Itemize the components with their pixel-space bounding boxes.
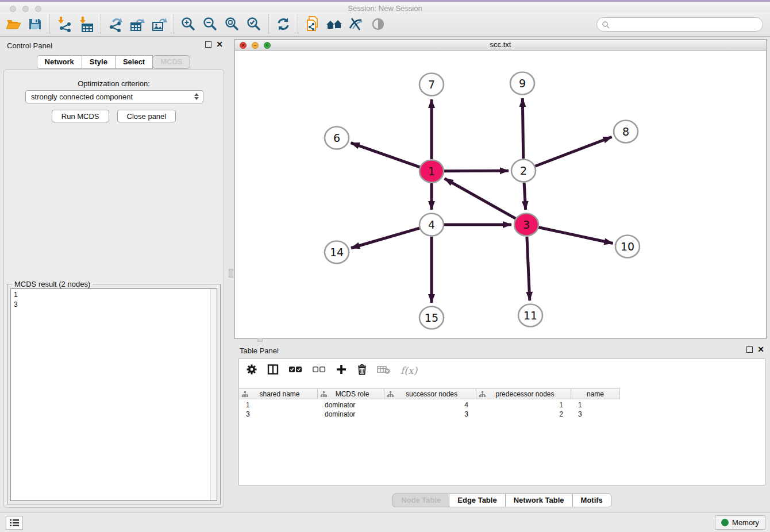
close-panel-button[interactable]: Close panel xyxy=(117,110,176,122)
tab-edge-table[interactable]: Edge Table xyxy=(449,494,505,507)
zoom-out-icon[interactable] xyxy=(199,14,221,34)
tab-select[interactable]: Select xyxy=(115,55,153,69)
tab-network-table[interactable]: Network Table xyxy=(505,494,573,507)
svg-text:3: 3 xyxy=(523,218,530,231)
table-cell[interactable]: dominator xyxy=(318,410,384,419)
edge-4-14[interactable] xyxy=(351,228,420,248)
column-settings-icon[interactable] xyxy=(246,364,257,377)
graph-node-14[interactable]: 14 xyxy=(325,241,349,264)
edge-3-11[interactable] xyxy=(527,237,530,300)
table-panel: Table Panel ✕ xyxy=(234,343,770,511)
export-table-icon[interactable] xyxy=(126,14,148,34)
control-panel-title: Control Panel xyxy=(7,41,52,50)
tab-mcds[interactable]: MCDS xyxy=(152,55,190,69)
vertical-splitter[interactable] xyxy=(228,37,234,512)
table-row[interactable]: 3dominator323 xyxy=(239,410,620,419)
network-canvas[interactable]: 7968124314101511 xyxy=(235,51,766,338)
toolbar-separator xyxy=(268,14,269,34)
export-image-icon[interactable] xyxy=(148,14,170,34)
select-all-icon[interactable] xyxy=(288,365,302,376)
close-table-panel-icon[interactable]: ✕ xyxy=(757,346,764,353)
edge-2-9[interactable] xyxy=(522,98,523,159)
clone-network-icon[interactable] xyxy=(302,14,324,34)
graph-node-11[interactable]: 11 xyxy=(518,304,542,327)
refresh-icon[interactable] xyxy=(272,14,294,34)
tab-style[interactable]: Style xyxy=(82,55,116,69)
table-cell[interactable]: 1 xyxy=(571,400,620,410)
search-input[interactable] xyxy=(612,20,763,29)
graph-node-15[interactable]: 15 xyxy=(419,307,444,329)
network-maximize-icon[interactable]: + xyxy=(264,42,271,49)
graph-node-4[interactable]: 4 xyxy=(419,214,444,236)
first-neighbors-icon[interactable] xyxy=(324,14,345,34)
edge-2-8[interactable] xyxy=(535,137,612,166)
mcds-result-text[interactable]: 1 3 xyxy=(10,288,217,501)
table-cell[interactable]: 4 xyxy=(384,400,476,410)
table-cell[interactable]: 1 xyxy=(239,400,318,410)
split-panel-icon[interactable] xyxy=(267,364,279,377)
graph-node-3[interactable]: 3 xyxy=(514,214,538,236)
open-file-icon[interactable] xyxy=(2,14,24,34)
table-cell[interactable]: 2 xyxy=(476,410,571,419)
splitter-grip[interactable] xyxy=(229,269,233,277)
column-header-successor-nodes[interactable]: successor nodes xyxy=(384,389,476,399)
column-header-shared-name[interactable]: shared name xyxy=(239,389,318,399)
tab-network[interactable]: Network xyxy=(37,55,82,69)
float-panel-icon[interactable] xyxy=(205,41,211,48)
close-panel-icon[interactable]: ✕ xyxy=(216,41,223,48)
svg-text:9: 9 xyxy=(519,77,526,90)
search-field[interactable] xyxy=(596,17,763,32)
edge-3-1[interactable] xyxy=(445,179,516,219)
zoom-in-icon[interactable] xyxy=(178,14,199,34)
network-minimize-icon[interactable]: – xyxy=(252,42,259,49)
show-all-icon[interactable] xyxy=(367,14,389,34)
table-cell[interactable]: dominator xyxy=(318,400,384,410)
graph-node-9[interactable]: 9 xyxy=(510,72,534,95)
column-header-MCDS-role[interactable]: MCDS role xyxy=(318,389,384,399)
add-column-icon[interactable] xyxy=(336,364,347,377)
graph-node-10[interactable]: 10 xyxy=(615,236,640,258)
memory-button[interactable]: Memory xyxy=(715,515,765,530)
float-table-panel-icon[interactable] xyxy=(746,346,753,353)
optimization-criterion-select[interactable]: strongly connected component xyxy=(25,90,203,103)
zoom-selected-icon[interactable] xyxy=(243,14,265,34)
zoom-fit-icon[interactable] xyxy=(221,14,243,34)
network-close-icon[interactable]: ✕ xyxy=(240,42,247,49)
tab-node-table[interactable]: Node Table xyxy=(392,494,449,507)
graph-node-6[interactable]: 6 xyxy=(325,127,349,149)
hide-selected-icon[interactable] xyxy=(345,14,367,34)
table-cell[interactable]: 3 xyxy=(239,410,318,419)
graph-node-2[interactable]: 2 xyxy=(511,160,536,182)
svg-text:4: 4 xyxy=(428,218,435,231)
svg-text:10: 10 xyxy=(621,240,634,253)
run-mcds-button[interactable]: Run MCDS xyxy=(52,110,109,122)
graph-node-8[interactable]: 8 xyxy=(614,121,638,143)
edge-3-10[interactable] xyxy=(538,227,613,243)
graph-node-1[interactable]: 1 xyxy=(419,160,444,183)
result-scrollbar[interactable] xyxy=(210,289,217,500)
table-cell[interactable]: 3 xyxy=(571,410,620,419)
tab-motifs[interactable]: Motifs xyxy=(572,494,611,507)
import-table-icon[interactable] xyxy=(75,14,97,34)
edge-1-6[interactable] xyxy=(351,143,421,167)
save-session-icon[interactable] xyxy=(24,14,46,34)
task-history-button[interactable] xyxy=(6,516,23,530)
svg-text:6: 6 xyxy=(333,132,340,144)
network-window-titlebar[interactable]: scc.txt ✕ – + xyxy=(235,40,766,51)
table-row[interactable]: 1dominator411 xyxy=(239,400,620,410)
table-cell[interactable]: 1 xyxy=(476,400,571,410)
deselect-all-icon[interactable] xyxy=(312,365,326,376)
status-bar: Memory xyxy=(0,512,770,532)
export-network-icon[interactable] xyxy=(105,14,126,34)
control-panel: Control Panel ✕ NetworkStyleSelectMCDS O… xyxy=(0,37,228,512)
column-header-name[interactable]: name xyxy=(571,389,620,399)
horizontal-splitter-grip[interactable] xyxy=(257,338,263,342)
graph-node-7[interactable]: 7 xyxy=(419,74,444,96)
table-cell[interactable]: 3 xyxy=(384,410,476,419)
edge-2-3[interactable] xyxy=(524,183,526,210)
column-header-predecessor-nodes[interactable]: predecessor nodes xyxy=(476,389,571,399)
edge-1-2[interactable] xyxy=(444,171,509,171)
import-network-icon[interactable] xyxy=(53,14,75,34)
delete-column-icon[interactable] xyxy=(357,364,367,377)
mcds-result-group: MCDS result (2 nodes) 1 3 xyxy=(7,284,221,504)
